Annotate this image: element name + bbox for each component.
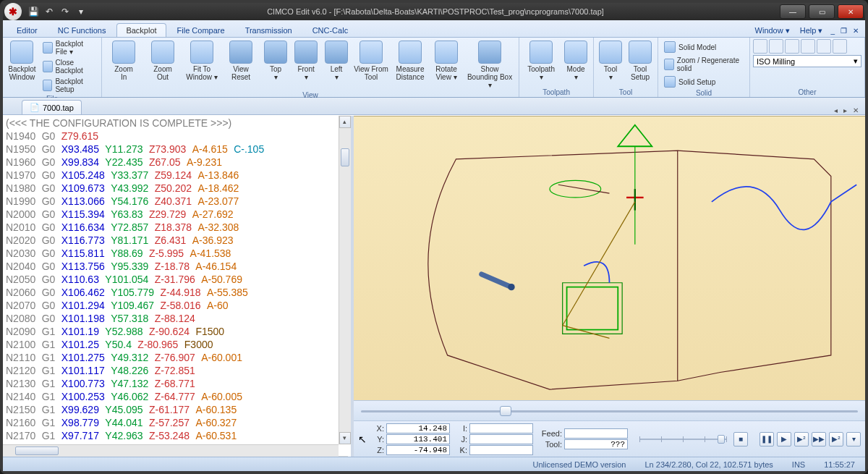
tool-setup-button[interactable]: Tool Setup xyxy=(626,39,655,82)
tab-editor[interactable]: Editor xyxy=(7,23,47,37)
solid-setup-icon xyxy=(664,76,676,88)
document-tab-strip: 📄 7000.tap ◂ ▸ ✕ xyxy=(3,98,865,115)
svg-line-2 xyxy=(558,185,610,193)
other-icon-6[interactable] xyxy=(833,39,847,54)
tab-prev[interactable]: ◂ xyxy=(832,106,840,114)
play-fwd-button[interactable]: ▶ xyxy=(777,432,791,447)
show-bounding-button[interactable]: Show Bounding Box ▾ xyxy=(464,39,516,90)
speed-slider[interactable] xyxy=(639,433,726,446)
measure-icon xyxy=(399,41,422,64)
i-label: I: xyxy=(457,424,467,433)
h-scrollbar-thumb[interactable] xyxy=(15,447,59,455)
ffast-fwd-button[interactable]: ▶² xyxy=(829,432,843,447)
backplot-viewport[interactable]: ↖ 5D linear move xyxy=(354,116,865,400)
view-from-tool-button[interactable]: View From Tool xyxy=(352,39,390,82)
measure-distance-button[interactable]: Measure Distance xyxy=(391,39,429,82)
tab-cnc-calc[interactable]: CNC-Calc xyxy=(303,23,358,37)
machine-type-select[interactable]: ISO Milling▾ xyxy=(753,55,861,67)
options-dropdown[interactable]: ▾ xyxy=(846,432,861,447)
minimize-button[interactable]: — xyxy=(780,4,806,19)
front-view-button[interactable]: Front ▾ xyxy=(292,39,320,82)
window-menu[interactable]: Window ▾ xyxy=(751,25,794,37)
reset-icon xyxy=(229,41,252,64)
status-demo: Unlicensed DEMO version xyxy=(528,460,630,469)
other-icon-2[interactable] xyxy=(769,39,783,54)
left-icon xyxy=(325,41,348,64)
backplot-window-button[interactable]: Backplot Window xyxy=(6,39,38,82)
toolpath-button[interactable]: Toolpath ▾ xyxy=(522,39,560,82)
group-tool-label: Tool xyxy=(597,88,655,97)
tab-file-compare[interactable]: File Compare xyxy=(168,23,234,37)
zoom-in-button[interactable]: Zoom In xyxy=(105,39,142,82)
backplot-file-button[interactable]: Backplot File ▾ xyxy=(40,39,98,56)
window-title: CIMCO Edit v6.0 - [F:\Rabota\Delta-Boats… xyxy=(93,7,778,16)
feed-label: Feed: xyxy=(540,429,562,438)
mdi-close[interactable]: ✕ xyxy=(851,27,861,35)
other-icon-4[interactable] xyxy=(801,39,815,54)
close-button[interactable]: ✕ xyxy=(838,4,864,19)
backplot-window-icon xyxy=(10,41,33,64)
other-icon-1[interactable] xyxy=(753,39,767,54)
maximize-button[interactable]: ▭ xyxy=(809,4,835,19)
document-tab-label: 7000.tap xyxy=(43,103,74,112)
solid-setup-button[interactable]: Solid Setup xyxy=(661,75,746,88)
pause-button[interactable]: ❚❚ xyxy=(760,432,774,447)
scrollbar-thumb[interactable] xyxy=(341,148,349,166)
y-field: 113.401 xyxy=(386,434,450,444)
y-label: Y: xyxy=(374,435,384,444)
mode-button[interactable]: Mode ▾ xyxy=(561,39,590,82)
svg-point-6 xyxy=(508,284,514,290)
tool-button[interactable]: Tool ▾ xyxy=(597,39,624,82)
tab-close[interactable]: ✕ xyxy=(851,106,861,114)
mdi-restore[interactable]: ❐ xyxy=(838,27,849,35)
code-editor[interactable]: (<<< THE CONFIGURATION IS COMPLETE >>>) … xyxy=(3,116,351,457)
top-view-button[interactable]: Top ▾ xyxy=(261,39,290,82)
zoom-regen-button[interactable]: Zoom / Regenerate solid xyxy=(661,56,746,73)
tool-label: Tool: xyxy=(540,440,562,449)
close-icon xyxy=(43,61,53,72)
tab-next[interactable]: ▸ xyxy=(841,106,849,114)
left-view-button[interactable]: Left ▾ xyxy=(322,39,351,82)
other-icon-5[interactable] xyxy=(817,39,831,54)
help-menu[interactable]: Help ▾ xyxy=(796,25,827,37)
fit-to-window-button[interactable]: Fit To Window ▾ xyxy=(183,39,221,82)
simulation-slider[interactable] xyxy=(361,405,858,418)
tool-field: ??? xyxy=(564,439,628,449)
qat-save-icon[interactable]: 💾 xyxy=(27,6,39,17)
step-fwd-button[interactable]: ▶² xyxy=(794,432,809,447)
j-field xyxy=(469,434,533,444)
z-label: Z: xyxy=(374,446,384,454)
tab-transmission[interactable]: Transmission xyxy=(236,23,302,37)
document-tab[interactable]: 📄 7000.tap xyxy=(22,100,82,114)
stop-button[interactable]: ■ xyxy=(733,432,748,447)
scroll-down-icon[interactable]: ▾ xyxy=(339,432,351,444)
other-icon-3[interactable] xyxy=(785,39,799,54)
scroll-up-icon[interactable]: ▴ xyxy=(339,116,351,128)
close-backplot-button[interactable]: Close Backplot xyxy=(40,58,98,75)
tab-nc-functions[interactable]: NC Functions xyxy=(48,23,116,37)
tab-backplot[interactable]: Backplot xyxy=(116,23,166,37)
mdi-minimize[interactable]: _ xyxy=(828,27,837,35)
mode-icon xyxy=(564,41,587,64)
solid-model-button[interactable]: Solid Model xyxy=(661,41,746,54)
ribbon-tab-row: Editor NC Functions Backplot File Compar… xyxy=(3,20,865,38)
qat-redo-icon[interactable]: ↷ xyxy=(59,6,71,17)
status-time: 11:55:27 xyxy=(820,460,859,469)
rotate-view-button[interactable]: Rotate View ▾ xyxy=(430,39,462,82)
backplot-setup-button[interactable]: Backplot Setup xyxy=(40,77,98,94)
toolpath-plot xyxy=(354,117,865,400)
vertical-scrollbar[interactable]: ▴ ▾ xyxy=(339,116,351,444)
front-icon xyxy=(294,41,318,64)
svg-line-7 xyxy=(563,202,635,326)
view-reset-button[interactable]: View Reset xyxy=(222,39,260,82)
title-bar: ✱ 💾 ↶ ↷ ▾ CIMCO Edit v6.0 - [F:\Rabota\D… xyxy=(3,3,865,20)
zoom-out-button[interactable]: Zoom Out xyxy=(144,39,182,82)
svg-line-5 xyxy=(482,274,511,287)
x-field: 14.248 xyxy=(386,423,450,433)
qat-undo-icon[interactable]: ↶ xyxy=(43,6,55,17)
qat-dropdown-icon[interactable]: ▾ xyxy=(75,6,87,17)
horizontal-scrollbar[interactable] xyxy=(3,444,339,457)
status-ins: INS xyxy=(788,460,809,469)
fast-fwd-button[interactable]: ▶▶ xyxy=(812,432,826,447)
group-solid-label: Solid xyxy=(661,88,746,98)
